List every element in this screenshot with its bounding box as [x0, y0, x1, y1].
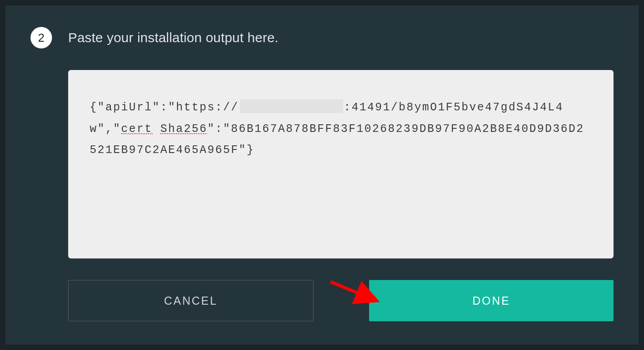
output-space — [152, 122, 161, 136]
page-outer: 2 Paste your installation output here. {… — [0, 0, 644, 350]
done-button[interactable]: DONE — [369, 280, 614, 321]
button-row: CANCEL DONE — [68, 280, 614, 321]
step-header: 2 Paste your installation output here. — [30, 27, 614, 48]
installation-output-textarea[interactable]: {"apiUrl":"https://:41491/b8ymO1F5bve47g… — [68, 70, 614, 258]
output-sha-word: Sha256 — [161, 122, 208, 136]
step-number-badge: 2 — [30, 27, 52, 48]
cancel-button[interactable]: CANCEL — [68, 280, 313, 321]
step-panel: 2 Paste your installation output here. {… — [5, 5, 639, 345]
done-button-label: DONE — [472, 294, 510, 307]
step-title: Paste your installation output here. — [68, 30, 278, 45]
cancel-button-label: CANCEL — [164, 294, 218, 307]
output-cert-word: cert — [121, 122, 152, 136]
output-prefix: {"apiUrl":"https:// — [90, 101, 239, 114]
redacted-host — [240, 100, 343, 113]
step-number: 2 — [38, 31, 44, 45]
output-text[interactable]: {"apiUrl":"https://:41491/b8ymO1F5bve47g… — [90, 97, 592, 161]
content-area: {"apiUrl":"https://:41491/b8ymO1F5bve47g… — [68, 70, 614, 321]
